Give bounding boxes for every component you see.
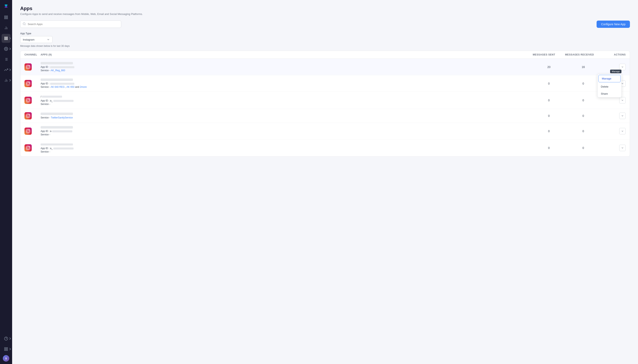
svg-rect-3 [5,18,6,19]
svg-point-38 [29,65,30,66]
app-name-slash: / [41,95,41,98]
messages-received-row1: 16 [565,65,601,68]
dropdown-item-share[interactable]: Share [598,90,621,97]
dropdown-item-delete[interactable]: Delete [598,83,621,90]
svg-point-14 [5,39,5,40]
channel-icon-instagram [25,144,41,152]
channel-icon-instagram [25,80,41,87]
instagram-svg [25,112,32,120]
chevron-down-icon [621,114,624,117]
service-link-ak640[interactable]: AK 640 REG [51,86,65,88]
app-name-hidden [41,144,73,146]
messages-sent-row1: 20 [533,65,565,68]
dropdown-item-manage[interactable]: Manage [598,75,621,82]
sidebar-item-more[interactable] [2,76,11,85]
svg-point-58 [29,146,30,147]
svg-point-42 [29,82,30,82]
filter-row: App Type Instagram [20,32,630,43]
service-label: Service - [41,116,51,119]
svg-rect-2 [7,16,8,17]
sidebar-item-dashboard[interactable] [2,13,11,22]
actions-dropdown-btn-row5[interactable] [619,128,626,134]
actions-dropdown-btn-row4[interactable] [619,112,626,119]
actions-col-row3 [601,97,626,104]
chevron-down-icon [621,66,624,68]
svg-rect-43 [25,97,32,104]
actions-dropdown-btn-row6[interactable] [619,145,626,151]
actions-dropdown-btn-row3[interactable] [619,97,626,104]
service-label: Service - [41,69,51,72]
messages-sent-row2: 0 [533,82,565,85]
col-channel: Channel [25,53,41,56]
actions-col-row6 [601,145,626,151]
apps-table: Channel Apps (9) Messages Sent Messages … [20,51,630,156]
messages-sent-row4: 0 [533,114,565,118]
svg-line-34 [25,24,26,25]
app-name-hidden [41,126,73,128]
app-id-hidden [53,100,74,102]
configure-new-app-button[interactable]: Configure New App [597,20,630,28]
svg-rect-29 [5,348,6,349]
app-name-row3: / [41,95,533,98]
col-messages-received: Messages Received [565,53,601,56]
sidebar-item-trends[interactable] [2,65,11,74]
svg-point-15 [6,39,6,40]
search-input[interactable] [20,20,121,28]
instagram-svg [25,63,32,70]
service-and-more: and [75,86,80,88]
service-label: Service - [41,150,50,153]
svg-rect-39 [25,80,32,87]
search-wrapper [20,20,121,28]
sidebar-item-grid-apps[interactable] [2,345,11,354]
svg-rect-47 [25,112,32,120]
service-line: Service - TwitterSanityService [41,116,533,119]
app-id-line: App ID : [41,82,533,85]
service-line: Service - [41,103,533,106]
svg-rect-30 [7,348,8,349]
service-link-more[interactable]: 2more [80,86,87,88]
dropdown-tooltip: Manage [610,70,621,73]
messages-received-row3: 0 [565,99,601,102]
service-link-twitter[interactable]: TwitterSanityService [51,116,73,119]
avatar[interactable]: S [3,355,9,362]
service-link[interactable]: AK_Reg_660 [51,69,65,72]
actions-dropdown-btn-row1[interactable] [619,64,626,70]
service-link-ak650[interactable]: AK 650 [67,86,74,88]
page-subtitle: Configure Apps to send and receive messa… [20,12,630,16]
data-info: Message data shown below is for last 30 … [20,44,630,48]
actions-col-row4 [601,112,626,119]
app-name-hidden [41,112,73,115]
service-line: Service - AK_Reg_660 [41,69,533,72]
svg-rect-1 [5,16,6,17]
svg-point-8 [5,37,5,38]
app-id-hidden [50,66,74,68]
channel-icon-instagram [25,128,41,135]
page-title: Apps [20,6,630,11]
sidebar-item-apps[interactable] [2,34,11,43]
svg-rect-55 [25,144,32,152]
sidebar-item-settings[interactable] [2,44,11,53]
sidebar-item-help[interactable] [2,334,11,343]
svg-point-54 [29,130,30,130]
messages-sent-row3: 0 [533,99,565,102]
channel-icon-instagram [25,97,41,104]
app-logo[interactable] [3,2,10,10]
app-id-label: App ID : a [41,130,51,132]
svg-rect-4 [7,18,8,19]
svg-point-11 [5,38,5,38]
chevron-down-icon [621,99,624,102]
app-id-line: App ID : a_ [41,147,533,150]
actions-col-row5 [601,128,626,134]
messages-sent-row5: 0 [533,130,565,133]
sidebar-item-reports[interactable] [2,55,11,64]
sidebar-item-analytics[interactable] [2,24,11,32]
app-id-line: App ID : a [41,130,533,132]
table-row: App ID : Service - AK_Reg_660 20 16 [21,59,630,75]
svg-point-10 [7,37,8,38]
svg-rect-51 [25,128,32,135]
svg-point-13 [7,38,8,38]
service-line: Service - [41,133,533,136]
toolbar: Configure New App [20,20,630,28]
actions-dropdown-menu: Manage Manage Delete Share [597,74,622,98]
app-type-select[interactable]: Instagram [20,36,53,43]
